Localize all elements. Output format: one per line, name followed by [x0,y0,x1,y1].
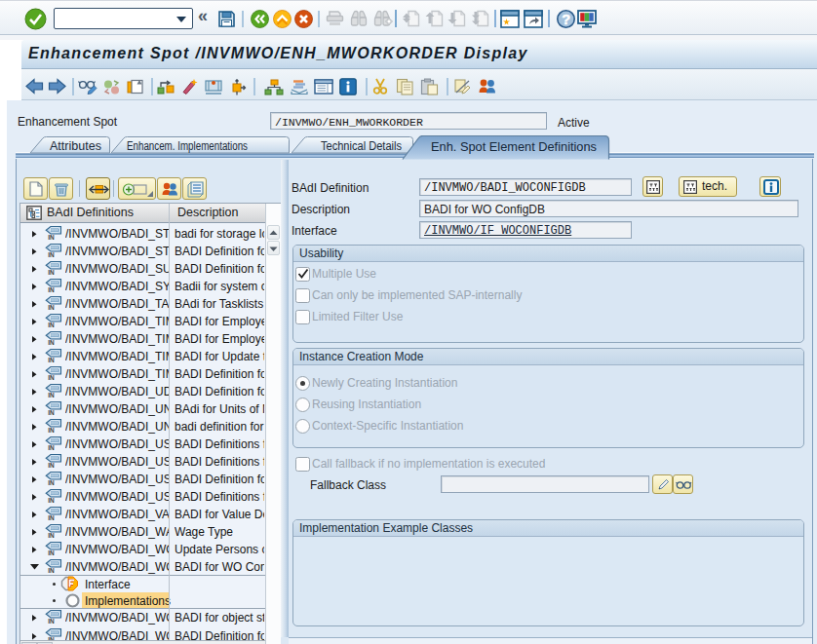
svg-text:IN: IN [48,618,55,625]
svg-text:IN: IN [48,392,55,398]
svg-text:IN: IN [48,374,55,381]
svg-text:IN: IN [48,339,55,346]
svg-text:IN: IN [48,427,55,434]
svg-text:IN: IN [48,462,55,469]
svg-text:IN: IN [48,532,55,539]
svg-text:?: ? [562,12,570,27]
svg-text:IN: IN [48,251,55,258]
svg-text:IN: IN [48,304,55,311]
svg-text:IN: IN [48,479,55,486]
svg-text:IN: IN [48,234,55,241]
svg-text:IN: IN [48,444,55,451]
svg-text:IN: IN [48,357,55,363]
svg-text:IN: IN [48,549,55,556]
svg-text:Technical Details: Technical Details [321,139,402,153]
svg-text:IN: IN [48,567,55,574]
svg-text:IN: IN [48,409,55,416]
svg-text:IN: IN [48,514,55,521]
svg-text:Attributes: Attributes [50,139,101,153]
svg-text:Enh. Spot Element Definitions: Enh. Spot Element Definitions [431,140,597,154]
svg-text:IN: IN [48,286,55,293]
svg-text:IN: IN [48,269,55,276]
svg-text:IN: IN [48,322,55,328]
svg-text:IN: IN [48,497,55,504]
svg-text:Enhancem. Implementations: Enhancem. Implementations [127,139,248,153]
